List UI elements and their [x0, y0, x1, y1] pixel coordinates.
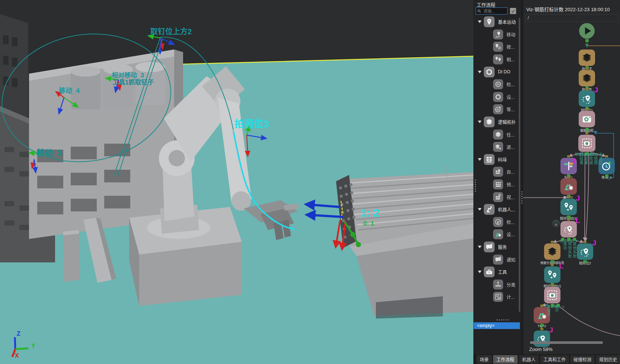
palette-item-set-robot[interactable]: 设... — [473, 228, 518, 241]
layers-icon — [581, 73, 592, 84]
palette-group-tools[interactable]: 工具 — [473, 266, 518, 278]
palette-item-label: 任... — [506, 131, 515, 138]
palette-item-move[interactable]: 移动 — [473, 28, 518, 41]
tab-robot[interactable]: 机器人 — [519, 355, 539, 364]
node-tcp1[interactable]: TCP1 — [560, 178, 577, 195]
waypoint-label: 移动_3 — [36, 148, 62, 157]
palette-group-label: 机器人... — [498, 206, 515, 213]
node-move-joint[interactable]: J — [534, 331, 550, 347]
robot-gear-icon — [493, 229, 503, 239]
workflow-graph-canvas[interactable]: Viz-钢筋打标计数 2022-12-23 18:00:10 / — [523, 0, 620, 354]
axis-x-label: X — [15, 352, 19, 359]
node-take-pin[interactable]: 取钉子 — [579, 50, 595, 66]
graph-horizontal-scrollbar[interactable] — [530, 341, 603, 344]
palette-item-exit[interactable]: 退... — [473, 141, 518, 153]
node-vision-move-1[interactable]: L视觉移动_1 — [560, 221, 577, 237]
palette-group-service[interactable]: 服务 — [473, 241, 518, 253]
node-start-play[interactable] — [579, 23, 595, 39]
chevron-down-icon[interactable] — [478, 271, 482, 273]
palette-item-notify[interactable]: 通知 — [473, 253, 518, 266]
chevron-down-icon[interactable] — [478, 246, 482, 248]
node-label: 拍照位2 — [579, 261, 591, 265]
pin-loop-icon — [563, 224, 574, 235]
palette-item-label: 计... — [506, 294, 515, 300]
node-branch-weld-label[interactable]: 根据分支焊接标签 — [544, 243, 560, 260]
palette-group-label: 码垛 — [498, 156, 507, 163]
palette-item-count[interactable]: 计... — [473, 291, 518, 303]
chevron-down-icon[interactable] — [478, 208, 482, 211]
tag-count-badge: 1 — [572, 157, 576, 165]
tab-planning-history[interactable]: 规划历史 — [596, 355, 620, 364]
chat-icon — [484, 242, 495, 252]
node-search-box[interactable] — [476, 7, 508, 15]
graph-splitter-grip[interactable] — [521, 191, 522, 204]
palette-item-check-robot[interactable]: 检... — [473, 216, 518, 229]
palette-item-preset-pallet[interactable]: 预... — [473, 178, 518, 191]
axis-y-label: Y — [31, 343, 35, 349]
palette-item-label: 视... — [506, 194, 515, 200]
chevron-down-icon[interactable] — [478, 121, 482, 123]
layers-icon — [547, 246, 558, 257]
layers-icon — [581, 52, 592, 63]
palette-item-relative[interactable]: 相... — [473, 53, 518, 66]
palette-item-task[interactable]: 任... — [473, 128, 518, 141]
di-timer-icon — [493, 104, 503, 114]
tab-tools-workpieces[interactable]: 工具和工件 — [540, 355, 569, 364]
palette-group-basic-motion[interactable]: 基本运动 — [473, 16, 518, 28]
palette-scrollbar[interactable] — [519, 18, 520, 312]
palette-item-label: 退... — [506, 144, 515, 150]
node-photo-pos-2[interactable]: J拍照位2 — [577, 243, 593, 260]
node-relative-move-1[interactable]: J相对移动(1) — [560, 199, 577, 215]
node-search-input[interactable] — [483, 9, 506, 14]
layers-icon — [484, 116, 495, 127]
chevron-down-icon[interactable] — [478, 71, 482, 73]
palette-left-grip[interactable] — [475, 179, 476, 192]
palette-filter-checkbox[interactable] — [510, 8, 516, 14]
camera-scan-icon — [581, 138, 592, 149]
layers-icon — [493, 130, 503, 140]
output-port[interactable] — [561, 238, 564, 241]
palette-splitter-grip[interactable] — [496, 319, 509, 320]
3d-scene: 取钉位上方2 相对移动_3 工具1抓取钉子 移动_4 移动_3 拍照位3 1: … — [0, 0, 473, 364]
palette-item-classify[interactable]: 分类 — [473, 278, 518, 291]
palette-group-palletizing[interactable]: 码垛 — [473, 153, 518, 166]
3d-viewport[interactable]: 取钉位上方2 相对移动_3 工具1抓取钉子 移动_4 移动_3 拍照位3 1: … — [0, 0, 473, 364]
node-tag-1[interactable]: 1标签1 — [560, 158, 577, 174]
branch-label: 未拍照 — [594, 153, 597, 165]
node-relative-move-2[interactable]: L相对移动(2) — [544, 266, 560, 283]
chevron-down-icon[interactable] — [478, 20, 482, 23]
tab-collision-detection[interactable]: 碰撞检测 — [570, 355, 595, 364]
palette-group-label: 逻辑拓扑 — [498, 119, 516, 125]
classify-icon — [493, 280, 503, 290]
palette-item-wait-di[interactable]: 等... — [473, 103, 518, 116]
palette-item-press[interactable]: 按... — [473, 41, 518, 53]
panel-tab-bar: 场景 工作流程 机器人 工具和工件 碰撞检测 规划历史 其他 — [473, 354, 620, 364]
output-port[interactable] — [573, 238, 576, 241]
robot-gear-icon — [536, 310, 547, 321]
node-vision-result-exhausted[interactable]: 视觉结果用尽_1 — [544, 287, 560, 303]
selected-node-bar[interactable]: <empty> — [474, 322, 520, 329]
palette-item-vision-pallet[interactable]: 视... — [473, 191, 518, 203]
palette-item-check-di[interactable]: 检... — [473, 78, 518, 91]
palette-item-custom-pallet[interactable]: 自... — [473, 166, 518, 178]
play-icon — [585, 27, 591, 35]
chevron-down-icon[interactable] — [478, 158, 482, 161]
tab-workflow[interactable]: 工作流程 — [493, 355, 518, 364]
palette-group-logic-topology[interactable]: 逻辑拓扑 — [473, 116, 518, 128]
tab-scene[interactable]: 场景 — [476, 355, 492, 364]
node-take-label[interactable]: 取标签 — [579, 70, 595, 86]
palette-item-set-do[interactable]: 设... — [473, 91, 518, 103]
used-label: 用尽 — [555, 304, 558, 313]
palette-item-label: 自... — [506, 169, 515, 175]
counter-icon — [493, 292, 503, 302]
ring-icon — [484, 67, 495, 77]
node-photo-pos-1[interactable]: J拍照位1 — [579, 90, 595, 107]
palette-group-di-do[interactable]: DI DO — [473, 66, 518, 78]
palette-group-robot[interactable]: 机器人... — [473, 203, 518, 216]
palette-item-label: 设... — [506, 231, 515, 237]
di-indicator: DI — [552, 220, 560, 227]
viewport-splitter-grip[interactable] — [446, 167, 447, 179]
pins-arrow-icon — [547, 269, 558, 280]
node-check-vision-result[interactable]: 检查视觉结果_1 — [578, 135, 595, 152]
node-rebar-photo[interactable]: 钢筋拍照 — [579, 111, 595, 127]
